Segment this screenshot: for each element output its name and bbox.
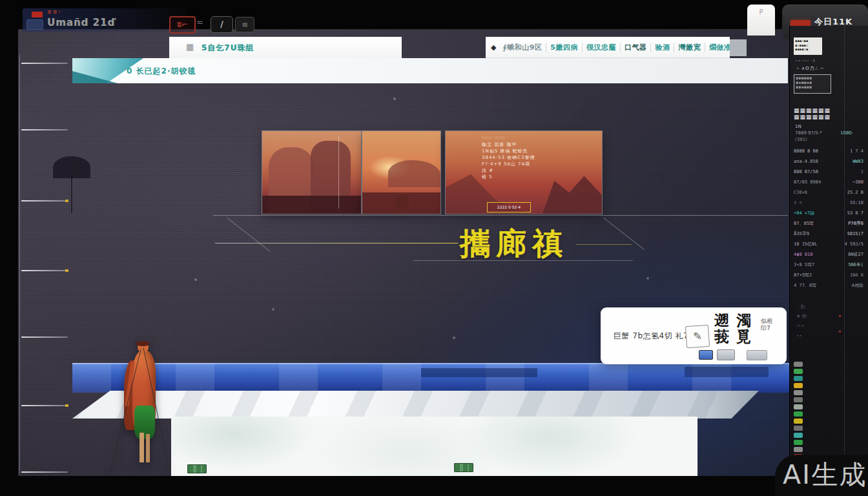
list-button[interactable]: ≡ xyxy=(235,17,254,32)
status-badge xyxy=(794,447,803,452)
banner-dark-block xyxy=(685,367,769,377)
umbrella-stem xyxy=(71,176,72,213)
ruler-tick xyxy=(21,471,68,473)
card-bold-text-right: 濁 覓 xyxy=(736,313,751,345)
search-bar-label: 5自乞7U珠组 xyxy=(202,43,254,54)
blue-banner xyxy=(72,363,789,393)
dense-text-block: ▦▦▦▦▦▦ ▦▦▦▦▦▦ xyxy=(794,107,831,120)
nav-item-5[interactable]: 灣嫩宽 xyxy=(674,43,705,52)
figure-leg xyxy=(146,434,150,462)
nav-item-2[interactable]: 很汉忠窿 xyxy=(583,43,621,52)
ruler-tick xyxy=(21,405,68,406)
nav-item-0[interactable]: ∮蛾和山9区 xyxy=(499,43,546,52)
edit-pen-icon[interactable]: ✎ xyxy=(685,325,710,348)
action-card: 巨蟹 7b怎氢4切 礼7 ✎ 遡 莪 濁 覓 似相 印7 xyxy=(601,307,787,364)
log-row: ana-4.858WW83 xyxy=(792,156,865,167)
ruler-tick xyxy=(21,63,68,64)
log-row: 3∙8 5写75N6丰( xyxy=(792,260,865,270)
nav-menu-icon: ◆ xyxy=(491,43,496,52)
right-log-panel: ▪▪▪▫▪▪ ▪▫▪▪▪▫ ▪▪▪▪▫▪ ⌐∙ ─── ◦3 ㄴ∧O乃ㄥ~ ≣≣… xyxy=(789,26,868,496)
log-row: 4 ≡55:18 xyxy=(792,198,865,208)
overlay-menu-text: ∷∷∷ ∷∷∷ 咖立 花醤 咖中 1N如5 焕锅 蚆蜍虫 3844·53 收嶼C… xyxy=(482,135,599,180)
side-tab[interactable]: P xyxy=(747,5,775,36)
nav-item-6[interactable]: 燗做准鼎啪 xyxy=(705,43,730,52)
character-figure xyxy=(116,342,169,466)
figure-silhouette xyxy=(396,194,409,210)
log-rows: 8888 8 881 7 4 ana-4.858WW83 888 87/581 … xyxy=(792,146,865,291)
logo-red-label: ≡≡· xyxy=(47,9,61,15)
search-bar[interactable]: ▦ 5自乞7U珠组 xyxy=(169,37,402,59)
red-marks: ✦ ✦ xyxy=(838,309,842,340)
panel-line: 7889·97/5-* xyxy=(795,130,822,136)
bottom-black-bar xyxy=(0,476,868,496)
log-row: 4 77、8写A相助 xyxy=(792,280,865,291)
status-badge xyxy=(794,390,803,395)
grid-icon: ▦ xyxy=(186,42,194,52)
dot-row: ⌐∙ ─── ◦3 xyxy=(795,58,815,63)
ai-generated-watermark: AI生成 xyxy=(783,457,867,493)
nav-item-4[interactable]: 验酒 xyxy=(651,43,674,52)
card-label: 巨蟹 7b怎氢4切 礼7 xyxy=(614,331,688,342)
ruler-tick-marker xyxy=(65,200,68,202)
panel-line-value: 1080· xyxy=(840,130,853,136)
card-button-tertiary[interactable] xyxy=(747,350,767,360)
hero-title: 攜廊禛 xyxy=(460,223,568,264)
screenshot-button[interactable]: ∕ xyxy=(211,16,233,33)
screen: ≡≡· Umañd 21ď ʬ⌐ ≂ ∕ ≡ P 今日11K ▦ 5自乞7U珠组… xyxy=(0,0,868,496)
status-badge xyxy=(794,404,803,409)
status-badge xyxy=(794,426,803,431)
green-badge-button[interactable] xyxy=(187,464,207,473)
bottom-content-panel xyxy=(171,417,698,476)
log-row: 18 15亿8L4 59J/5 xyxy=(792,239,865,249)
card-button-secondary[interactable] xyxy=(717,349,735,360)
figure-hook-line xyxy=(147,336,156,344)
badge-column xyxy=(794,362,804,461)
glitch-streak xyxy=(338,136,339,209)
status-badge xyxy=(794,376,803,381)
window-mode-button[interactable]: ʬ⌐ xyxy=(169,16,196,34)
log-row: C38×825.2 B xyxy=(792,187,865,198)
foreground-band xyxy=(262,196,361,214)
nav-item-3[interactable]: 口气器 xyxy=(621,43,652,52)
page-header: 0 长已起2·胡铰毯 xyxy=(72,58,788,83)
log-row: 87、85写P70序8 xyxy=(792,218,865,229)
ruler-tick xyxy=(21,336,68,338)
card-bold-text-left: 遡 莪 xyxy=(714,313,729,345)
figure-leg xyxy=(140,433,144,462)
nav-overflow-stub[interactable] xyxy=(730,39,747,56)
log-row: 8888 8 881 7 4 xyxy=(792,146,865,156)
banner-dark-block xyxy=(421,368,537,377)
glitch-line xyxy=(213,215,788,216)
status-badge xyxy=(794,411,803,417)
app-logo-icon xyxy=(26,19,43,30)
captcha-block[interactable]: ▪▪▪▫▪▪ ▪▫▪▪▪▫ ▪▪▪▪▫▪ xyxy=(794,37,822,55)
glitch-specks xyxy=(0,0,1,1)
panel-line: 1Ν xyxy=(795,124,801,129)
live-badge-icon xyxy=(32,12,43,17)
card-button-primary[interactable] xyxy=(699,350,713,360)
gallery-image-3[interactable]: ∷∷∷ ∷∷∷ 咖立 花醤 咖中 1N如5 焕锅 蚆蜍虫 3844·53 收嶼C… xyxy=(446,131,602,214)
log-row: 4▮8 8186N或27 xyxy=(792,249,865,260)
green-badge-button[interactable] xyxy=(454,463,473,472)
mountain-shape xyxy=(388,160,440,187)
status-badge xyxy=(794,440,803,445)
nav-item-1[interactable]: 5嫩四病 xyxy=(546,43,583,52)
figure-hook-line xyxy=(134,337,144,344)
ruler-tick xyxy=(21,200,68,202)
page-title: 0 长已起2·胡铰毯 xyxy=(127,66,196,77)
status-badge xyxy=(794,369,803,374)
title-underline xyxy=(215,243,458,243)
app-logo-panel[interactable]: ≡≡· Umañd 21ď xyxy=(23,8,185,32)
faint-rows: ∴ 點 ❖ 變: ㄹ⌐ ∙∙ xyxy=(796,302,808,341)
status-badge xyxy=(794,383,803,388)
gallery-image-2[interactable] xyxy=(362,131,440,214)
umbrella-silhouette xyxy=(53,156,90,178)
gallery-image-1[interactable] xyxy=(262,131,361,214)
panel-line: (381) xyxy=(795,137,807,142)
log-row: 87/83 8984⋯380 xyxy=(792,177,865,187)
banner-streaks xyxy=(72,363,789,393)
ruler-tick-marker xyxy=(65,404,68,407)
figure-green-garment xyxy=(134,406,155,439)
selected-option-box[interactable]: 2222·5·52·4 xyxy=(487,202,531,212)
menu-icon[interactable]: ≂ xyxy=(196,17,203,27)
